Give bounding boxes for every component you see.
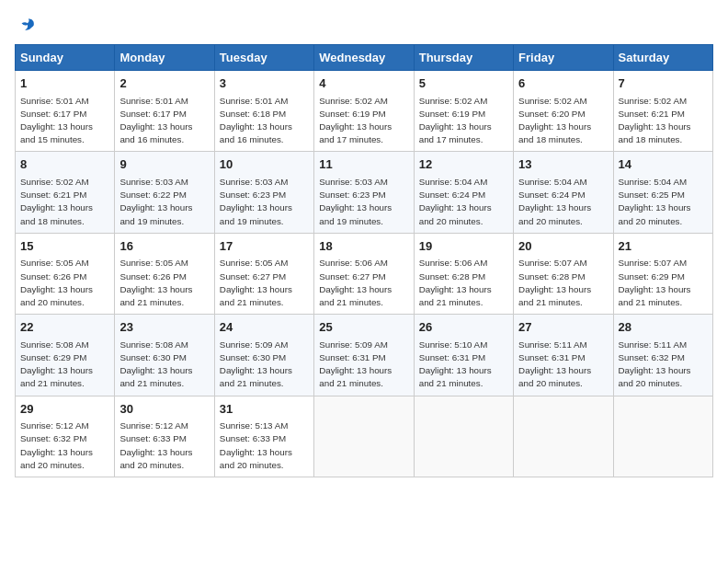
day-info: Sunrise: 5:07 AMSunset: 6:28 PMDaylight:… [518, 258, 591, 307]
calendar-cell: 1 Sunrise: 5:01 AMSunset: 6:17 PMDayligh… [16, 71, 115, 152]
calendar-cell [613, 396, 712, 477]
header [15, 15, 713, 35]
day-info: Sunrise: 5:04 AMSunset: 6:24 PMDaylight:… [518, 177, 591, 226]
calendar-cell: 9 Sunrise: 5:03 AMSunset: 6:22 PMDayligh… [115, 152, 214, 233]
day-info: Sunrise: 5:09 AMSunset: 6:31 PMDaylight:… [319, 339, 392, 389]
calendar-cell: 31 Sunrise: 5:13 AMSunset: 6:33 PMDaylig… [214, 396, 313, 477]
weekday-header-friday: Friday [514, 45, 613, 71]
weekday-header-row: SundayMondayTuesdayWednesdayThursdayFrid… [16, 45, 713, 71]
day-number: 14 [619, 156, 708, 173]
calendar-week-5: 29 Sunrise: 5:12 AMSunset: 6:32 PMDaylig… [16, 396, 713, 477]
day-info: Sunrise: 5:04 AMSunset: 6:25 PMDaylight:… [619, 177, 691, 226]
calendar-cell: 22 Sunrise: 5:08 AMSunset: 6:29 PMDaylig… [16, 315, 115, 396]
calendar-cell: 25 Sunrise: 5:09 AMSunset: 6:31 PMDaylig… [314, 315, 414, 396]
day-number: 2 [119, 75, 209, 92]
day-info: Sunrise: 5:08 AMSunset: 6:30 PMDaylight:… [119, 339, 192, 389]
day-info: Sunrise: 5:02 AMSunset: 6:20 PMDaylight:… [518, 96, 591, 145]
weekday-header-thursday: Thursday [414, 45, 513, 71]
day-number: 8 [20, 156, 109, 173]
calendar-cell: 4 Sunrise: 5:02 AMSunset: 6:19 PMDayligh… [314, 71, 414, 152]
calendar-cell: 16 Sunrise: 5:05 AMSunset: 6:26 PMDaylig… [115, 233, 214, 314]
calendar-week-1: 1 Sunrise: 5:01 AMSunset: 6:17 PMDayligh… [16, 71, 713, 152]
day-info: Sunrise: 5:01 AMSunset: 6:17 PMDaylight:… [20, 96, 93, 145]
day-number: 17 [220, 238, 309, 255]
weekday-header-saturday: Saturday [613, 45, 712, 71]
day-number: 4 [319, 75, 408, 92]
day-number: 18 [319, 238, 408, 255]
calendar-cell: 28 Sunrise: 5:11 AMSunset: 6:32 PMDaylig… [613, 315, 712, 396]
day-number: 24 [220, 319, 309, 336]
day-number: 26 [419, 319, 508, 336]
day-info: Sunrise: 5:07 AMSunset: 6:29 PMDaylight:… [619, 258, 691, 307]
calendar-cell: 24 Sunrise: 5:09 AMSunset: 6:30 PMDaylig… [214, 315, 313, 396]
calendar-cell: 19 Sunrise: 5:06 AMSunset: 6:28 PMDaylig… [414, 233, 513, 314]
calendar-cell [414, 396, 513, 477]
calendar-cell: 3 Sunrise: 5:01 AMSunset: 6:18 PMDayligh… [214, 71, 313, 152]
weekday-header-tuesday: Tuesday [214, 45, 313, 71]
day-number: 20 [518, 238, 608, 255]
day-number: 11 [319, 156, 408, 173]
day-info: Sunrise: 5:03 AMSunset: 6:23 PMDaylight:… [319, 177, 392, 226]
calendar-cell: 8 Sunrise: 5:02 AMSunset: 6:21 PMDayligh… [16, 152, 115, 233]
day-number: 15 [20, 238, 109, 255]
day-info: Sunrise: 5:03 AMSunset: 6:23 PMDaylight:… [220, 177, 292, 226]
day-number: 22 [20, 319, 109, 336]
day-info: Sunrise: 5:01 AMSunset: 6:17 PMDaylight:… [119, 96, 192, 145]
calendar-cell: 13 Sunrise: 5:04 AMSunset: 6:24 PMDaylig… [514, 152, 613, 233]
day-number: 31 [220, 401, 309, 418]
day-number: 12 [419, 156, 508, 173]
day-number: 19 [419, 238, 508, 255]
day-info: Sunrise: 5:12 AMSunset: 6:32 PMDaylight:… [20, 420, 93, 470]
day-info: Sunrise: 5:04 AMSunset: 6:24 PMDaylight:… [419, 177, 492, 226]
day-info: Sunrise: 5:05 AMSunset: 6:26 PMDaylight:… [20, 258, 93, 307]
day-number: 16 [119, 238, 209, 255]
logo-bird-icon [17, 15, 37, 35]
calendar-cell: 18 Sunrise: 5:06 AMSunset: 6:27 PMDaylig… [314, 233, 414, 314]
calendar-cell: 21 Sunrise: 5:07 AMSunset: 6:29 PMDaylig… [613, 233, 712, 314]
weekday-header-sunday: Sunday [16, 45, 115, 71]
calendar-table: SundayMondayTuesdayWednesdayThursdayFrid… [15, 44, 713, 477]
day-number: 21 [619, 238, 708, 255]
calendar-cell: 11 Sunrise: 5:03 AMSunset: 6:23 PMDaylig… [314, 152, 414, 233]
calendar-week-3: 15 Sunrise: 5:05 AMSunset: 6:26 PMDaylig… [16, 233, 713, 314]
day-info: Sunrise: 5:08 AMSunset: 6:29 PMDaylight:… [20, 339, 93, 389]
day-number: 9 [119, 156, 209, 173]
day-number: 13 [518, 156, 608, 173]
day-info: Sunrise: 5:02 AMSunset: 6:19 PMDaylight:… [319, 96, 392, 145]
day-info: Sunrise: 5:10 AMSunset: 6:31 PMDaylight:… [419, 339, 492, 389]
calendar-cell: 5 Sunrise: 5:02 AMSunset: 6:19 PMDayligh… [414, 71, 513, 152]
calendar-cell: 6 Sunrise: 5:02 AMSunset: 6:20 PMDayligh… [514, 71, 613, 152]
calendar-cell: 14 Sunrise: 5:04 AMSunset: 6:25 PMDaylig… [613, 152, 712, 233]
day-number: 29 [20, 401, 109, 418]
calendar-cell: 20 Sunrise: 5:07 AMSunset: 6:28 PMDaylig… [514, 233, 613, 314]
logo [15, 15, 39, 35]
day-info: Sunrise: 5:02 AMSunset: 6:19 PMDaylight:… [419, 96, 492, 145]
calendar-cell: 29 Sunrise: 5:12 AMSunset: 6:32 PMDaylig… [16, 396, 115, 477]
day-info: Sunrise: 5:02 AMSunset: 6:21 PMDaylight:… [619, 96, 691, 145]
day-number: 10 [220, 156, 309, 173]
calendar-cell: 26 Sunrise: 5:10 AMSunset: 6:31 PMDaylig… [414, 315, 513, 396]
day-info: Sunrise: 5:03 AMSunset: 6:22 PMDaylight:… [119, 177, 192, 226]
calendar-cell: 12 Sunrise: 5:04 AMSunset: 6:24 PMDaylig… [414, 152, 513, 233]
calendar-cell: 17 Sunrise: 5:05 AMSunset: 6:27 PMDaylig… [214, 233, 313, 314]
day-info: Sunrise: 5:11 AMSunset: 6:31 PMDaylight:… [518, 339, 591, 389]
day-info: Sunrise: 5:01 AMSunset: 6:18 PMDaylight:… [220, 96, 292, 145]
calendar-cell [314, 396, 414, 477]
day-number: 1 [20, 75, 109, 92]
day-info: Sunrise: 5:11 AMSunset: 6:32 PMDaylight:… [619, 339, 691, 389]
calendar-cell: 10 Sunrise: 5:03 AMSunset: 6:23 PMDaylig… [214, 152, 313, 233]
calendar-week-4: 22 Sunrise: 5:08 AMSunset: 6:29 PMDaylig… [16, 315, 713, 396]
calendar-cell: 27 Sunrise: 5:11 AMSunset: 6:31 PMDaylig… [514, 315, 613, 396]
weekday-header-monday: Monday [115, 45, 214, 71]
day-info: Sunrise: 5:13 AMSunset: 6:33 PMDaylight:… [220, 420, 292, 470]
day-number: 5 [419, 75, 508, 92]
day-number: 7 [619, 75, 708, 92]
day-info: Sunrise: 5:12 AMSunset: 6:33 PMDaylight:… [119, 420, 192, 470]
calendar-cell: 23 Sunrise: 5:08 AMSunset: 6:30 PMDaylig… [115, 315, 214, 396]
day-number: 30 [119, 401, 209, 418]
calendar-week-2: 8 Sunrise: 5:02 AMSunset: 6:21 PMDayligh… [16, 152, 713, 233]
calendar-cell: 2 Sunrise: 5:01 AMSunset: 6:17 PMDayligh… [115, 71, 214, 152]
day-info: Sunrise: 5:05 AMSunset: 6:27 PMDaylight:… [220, 258, 292, 307]
weekday-header-wednesday: Wednesday [314, 45, 414, 71]
day-info: Sunrise: 5:09 AMSunset: 6:30 PMDaylight:… [220, 339, 292, 389]
